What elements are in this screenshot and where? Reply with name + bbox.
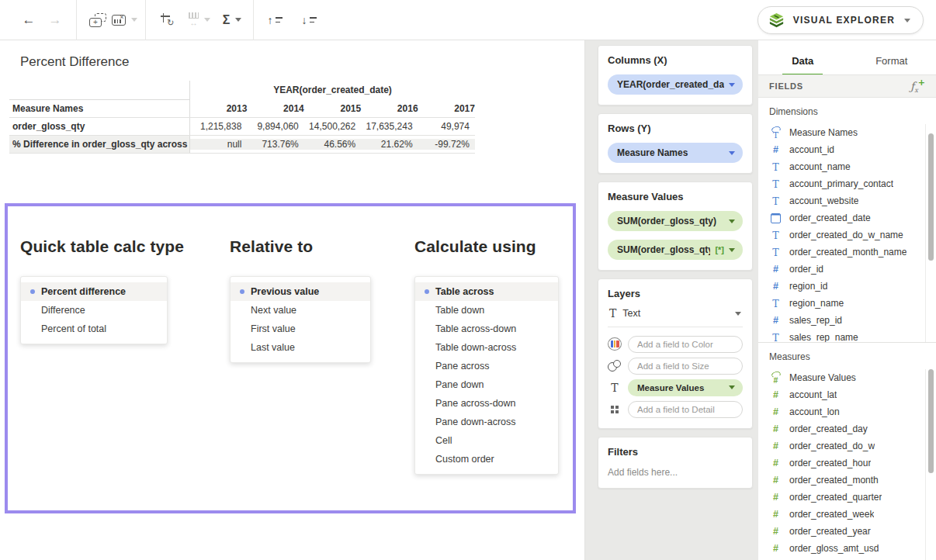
field-item[interactable]: order_created_week bbox=[758, 506, 936, 523]
field-item[interactable]: order_created_hour bbox=[758, 455, 936, 472]
calc-option[interactable]: Table across-down bbox=[415, 320, 558, 338]
tab-format[interactable]: Format bbox=[848, 55, 936, 74]
table-cell[interactable]: 21.62% bbox=[361, 139, 418, 150]
add-calculated-field-button[interactable]: ƒx+ bbox=[910, 78, 925, 94]
sort-ascending-button[interactable]: ↑ bbox=[262, 7, 288, 33]
field-item[interactable]: account_lat bbox=[758, 386, 936, 403]
table-cell[interactable]: 1,215,838 bbox=[190, 121, 247, 132]
field-pill[interactable]: SUM(order_gloss_qty) bbox=[608, 211, 743, 231]
calc-option[interactable]: Percent difference bbox=[21, 282, 167, 301]
field-item[interactable]: account_website bbox=[758, 192, 936, 209]
layer-slot: Measure Values bbox=[608, 379, 743, 396]
field-item[interactable]: order_created_year bbox=[758, 523, 936, 540]
duplicate-viz-button[interactable]: + bbox=[85, 7, 111, 33]
forward-arrow-icon: → bbox=[49, 13, 62, 26]
field-item[interactable]: order_created_quarter bbox=[758, 489, 936, 506]
field-item[interactable]: Measure Values bbox=[758, 369, 936, 386]
calc-option[interactable]: Next value bbox=[231, 301, 370, 320]
layer-slot: Add a field to Color bbox=[608, 335, 743, 353]
chevron-down-icon bbox=[235, 18, 241, 22]
field-item[interactable]: order_created_date bbox=[758, 209, 936, 226]
field-item[interactable]: account_primary_contact bbox=[758, 175, 936, 192]
calc-option[interactable]: Cell bbox=[415, 431, 558, 450]
sort-descending-button[interactable]: ↓ bbox=[296, 7, 322, 33]
calc-option[interactable]: Previous value bbox=[231, 282, 370, 301]
inspector-panel: Data Format FIELDS ƒx+ Dimensions Measur… bbox=[758, 40, 936, 560]
field-item[interactable]: order_created_do_w_name bbox=[758, 226, 936, 244]
number-icon bbox=[769, 280, 782, 293]
size-icon bbox=[608, 359, 622, 372]
layer-drop-target[interactable]: Add a field to Color bbox=[628, 336, 743, 353]
field-item[interactable]: sales_rep_id bbox=[758, 312, 936, 329]
layer-drop-target[interactable]: Add a field to Detail bbox=[628, 401, 743, 418]
calc-option[interactable]: Last value bbox=[231, 338, 370, 357]
table-cell[interactable]: 17,635,243 bbox=[361, 121, 418, 132]
table-cell[interactable]: 9,894,060 bbox=[247, 121, 303, 132]
calc-option[interactable]: Custom order bbox=[415, 450, 558, 468]
field-item[interactable]: region_id bbox=[758, 278, 936, 295]
field-item[interactable]: account_id bbox=[758, 141, 936, 158]
calc-option[interactable]: Pane down-across bbox=[415, 413, 558, 431]
calc-option[interactable]: Difference bbox=[21, 301, 167, 320]
table-cell[interactable]: 49,974 bbox=[418, 121, 475, 132]
layer-type-dropdown[interactable]: T Text bbox=[608, 299, 743, 327]
chevron-down-icon bbox=[729, 83, 735, 87]
field-item[interactable]: Measure Names bbox=[758, 124, 936, 141]
fit-width-icon: ↔ bbox=[189, 12, 199, 27]
swap-axes-button[interactable]: ↻ bbox=[154, 7, 180, 33]
field-pill[interactable]: SUM(order_gloss_qty) [*] bbox=[608, 240, 743, 260]
field-item[interactable]: order_created_day bbox=[758, 420, 936, 437]
shelf-title: Columns (X) bbox=[608, 54, 743, 66]
tab-data[interactable]: Data bbox=[758, 55, 848, 74]
field-item[interactable]: sales_rep_name bbox=[758, 329, 936, 343]
fit-width-button[interactable]: ↔ bbox=[186, 7, 213, 33]
table-cell[interactable]: -99.72% bbox=[418, 139, 475, 150]
calc-option[interactable]: Table across bbox=[415, 282, 558, 301]
aggregate-button[interactable]: Σ bbox=[219, 7, 245, 33]
back-button[interactable]: ← bbox=[16, 7, 42, 33]
calc-option[interactable]: Table down bbox=[415, 301, 558, 320]
number-icon bbox=[769, 440, 782, 453]
measures-section: Measures Measure Values account_lat bbox=[758, 343, 936, 560]
forward-button[interactable]: → bbox=[42, 7, 68, 33]
calc-type-card: Percent difference Difference Percent of… bbox=[20, 276, 168, 344]
field-item[interactable]: order_created_do_w bbox=[758, 437, 936, 455]
calc-option[interactable]: Pane down bbox=[415, 375, 558, 394]
table-cell[interactable]: 713.76% bbox=[247, 139, 303, 150]
calc-option[interactable]: Table down-across bbox=[415, 338, 558, 357]
layer-drop-target[interactable]: Add a field to Size bbox=[628, 358, 743, 375]
calc-option[interactable]: Pane across bbox=[415, 357, 558, 375]
table-cell[interactable]: 46.56% bbox=[304, 139, 361, 150]
calc-option[interactable]: Pane across-down bbox=[415, 394, 558, 413]
remove-viz-button[interactable] bbox=[111, 7, 137, 33]
filters-drop-target[interactable]: Add fields here... bbox=[608, 467, 743, 478]
section-title: Dimensions bbox=[758, 106, 936, 117]
field-pill[interactable]: Measure Names bbox=[608, 143, 743, 163]
duplicate-viz-icon: + bbox=[89, 13, 106, 27]
field-item[interactable]: account_name bbox=[758, 158, 936, 175]
field-item[interactable]: order_gloss_amt_usd bbox=[758, 540, 936, 557]
viz-title: Percent Difference bbox=[20, 54, 129, 70]
field-item[interactable]: order_created_month bbox=[758, 472, 936, 489]
remove-viz-icon bbox=[112, 15, 126, 26]
scrollbar-thumb[interactable] bbox=[928, 369, 934, 473]
table-cell[interactable]: 14,500,262 bbox=[304, 121, 361, 132]
calc-option[interactable]: Percent of total bbox=[21, 320, 167, 338]
field-pill[interactable]: YEAR(order_created_date) bbox=[608, 74, 743, 95]
field-item[interactable]: order_created_month_name bbox=[758, 244, 936, 261]
layer-field-pill[interactable]: Measure Values bbox=[628, 379, 743, 396]
table-cell[interactable]: null bbox=[190, 139, 247, 150]
row-header-label: Measure Names bbox=[9, 99, 190, 117]
field-item[interactable]: account_lon bbox=[758, 403, 936, 420]
chevron-down-icon bbox=[204, 18, 210, 22]
field-item[interactable]: region_name bbox=[758, 295, 936, 312]
calc-option[interactable]: First value bbox=[231, 320, 370, 338]
field-item[interactable]: order_id bbox=[758, 261, 936, 278]
table-calc-dialog: Quick table calc type Percent difference… bbox=[5, 203, 576, 513]
measure-names-icon bbox=[769, 126, 782, 140]
shelf-title: Rows (Y) bbox=[608, 123, 743, 134]
rows-shelf: Rows (Y) Measure Names bbox=[598, 113, 753, 174]
calendar-icon bbox=[769, 212, 782, 225]
scrollbar-thumb[interactable] bbox=[928, 133, 934, 261]
visual-explorer-menu[interactable]: VISUAL EXPLORER bbox=[757, 6, 924, 34]
